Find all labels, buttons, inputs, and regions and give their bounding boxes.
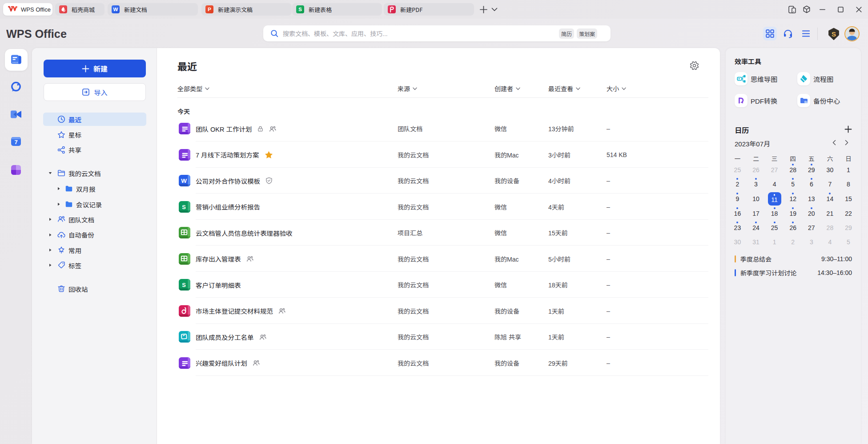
svg-text:S: S (832, 30, 836, 38)
svg-text:7: 7 (14, 139, 17, 145)
